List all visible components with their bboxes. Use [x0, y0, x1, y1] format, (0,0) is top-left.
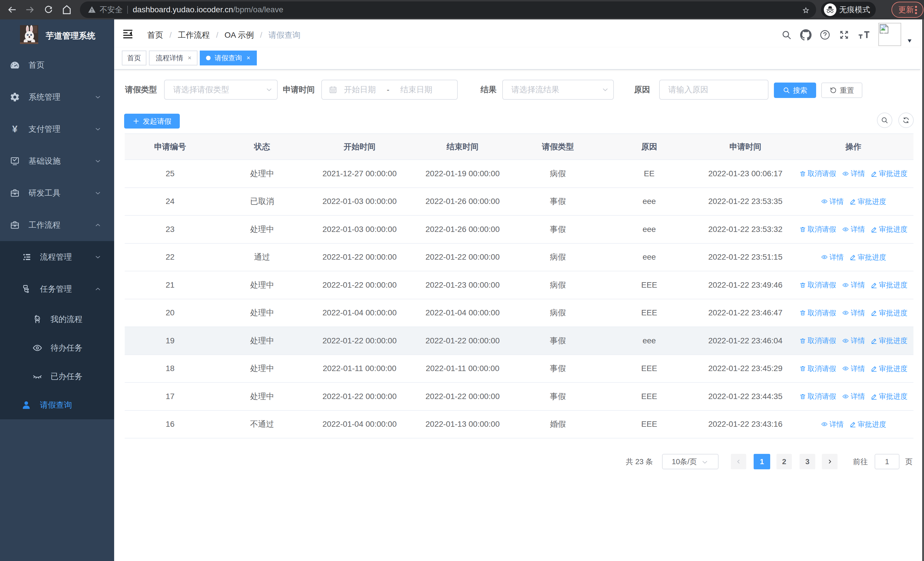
svg-text:¥: ¥ [12, 124, 18, 134]
